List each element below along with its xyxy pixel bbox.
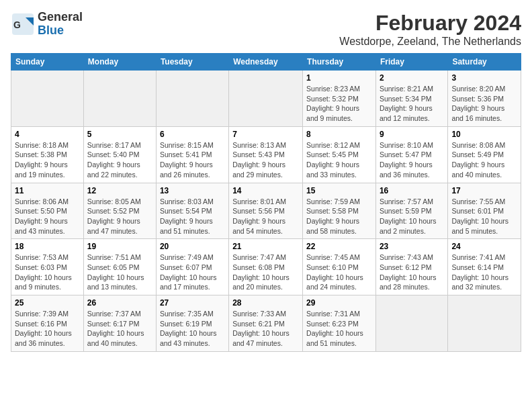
calendar-cell: 19Sunrise: 7:51 AMSunset: 6:05 PMDayligh… <box>83 239 156 295</box>
day-info: Sunrise: 7:49 AMSunset: 6:07 PMDaylight:… <box>160 253 225 292</box>
day-number: 23 <box>380 242 444 251</box>
calendar-cell: 25Sunrise: 7:39 AMSunset: 6:16 PMDayligh… <box>11 295 84 352</box>
day-number: 8 <box>306 130 372 139</box>
calendar-header-cell: Sunday <box>11 54 84 71</box>
day-number: 29 <box>306 298 372 308</box>
day-info: Sunrise: 8:17 AMSunset: 5:40 PMDaylight:… <box>87 140 152 180</box>
calendar-row: 4Sunrise: 8:18 AMSunset: 5:38 PMDaylight… <box>11 126 521 183</box>
calendar-row: 18Sunrise: 7:53 AMSunset: 6:03 PMDayligh… <box>11 239 521 295</box>
calendar-cell: 10Sunrise: 8:08 AMSunset: 5:49 PMDayligh… <box>448 126 521 183</box>
day-number: 16 <box>380 186 444 195</box>
calendar-cell: 22Sunrise: 7:45 AMSunset: 6:10 PMDayligh… <box>303 239 376 295</box>
calendar-cell <box>83 71 156 127</box>
calendar-cell: 16Sunrise: 7:57 AMSunset: 5:59 PMDayligh… <box>375 183 447 239</box>
day-info: Sunrise: 7:47 AMSunset: 6:08 PMDaylight:… <box>232 253 299 292</box>
day-info: Sunrise: 8:12 AMSunset: 5:45 PMDaylight:… <box>306 140 372 180</box>
calendar-cell <box>375 295 447 352</box>
calendar-cell: 11Sunrise: 8:06 AMSunset: 5:50 PMDayligh… <box>11 183 84 239</box>
day-number: 21 <box>232 242 299 251</box>
day-info: Sunrise: 7:43 AMSunset: 6:12 PMDaylight:… <box>380 253 444 292</box>
day-info: Sunrise: 7:35 AMSunset: 6:19 PMDaylight:… <box>160 309 225 349</box>
calendar-cell: 20Sunrise: 7:49 AMSunset: 6:07 PMDayligh… <box>156 239 228 295</box>
day-number: 28 <box>232 298 299 308</box>
day-number: 3 <box>451 73 517 83</box>
calendar-header-cell: Monday <box>83 54 156 71</box>
day-number: 13 <box>160 186 225 195</box>
day-number: 5 <box>87 130 152 139</box>
day-info: Sunrise: 7:53 AMSunset: 6:03 PMDaylight:… <box>15 253 80 292</box>
calendar-cell: 7Sunrise: 8:13 AMSunset: 5:43 PMDaylight… <box>229 126 303 183</box>
calendar-cell: 1Sunrise: 8:23 AMSunset: 5:32 PMDaylight… <box>303 71 376 127</box>
calendar-cell: 12Sunrise: 8:05 AMSunset: 5:52 PMDayligh… <box>83 183 156 239</box>
day-number: 10 <box>451 130 517 139</box>
day-info: Sunrise: 8:03 AMSunset: 5:54 PMDaylight:… <box>160 197 225 236</box>
calendar-cell: 14Sunrise: 8:01 AMSunset: 5:56 PMDayligh… <box>229 183 303 239</box>
calendar-cell: 27Sunrise: 7:35 AMSunset: 6:19 PMDayligh… <box>156 295 228 352</box>
day-number: 11 <box>15 186 80 195</box>
day-info: Sunrise: 8:08 AMSunset: 5:49 PMDaylight:… <box>451 140 517 180</box>
calendar-row: 11Sunrise: 8:06 AMSunset: 5:50 PMDayligh… <box>11 183 521 239</box>
day-info: Sunrise: 8:15 AMSunset: 5:41 PMDaylight:… <box>160 140 225 180</box>
calendar-cell: 2Sunrise: 8:21 AMSunset: 5:34 PMDaylight… <box>375 71 447 127</box>
day-info: Sunrise: 7:51 AMSunset: 6:05 PMDaylight:… <box>87 253 152 292</box>
subtitle: Westdorpe, Zeeland, The Netherlands <box>339 36 521 48</box>
calendar-header-row: SundayMondayTuesdayWednesdayThursdayFrid… <box>11 54 521 71</box>
calendar-cell: 26Sunrise: 7:37 AMSunset: 6:17 PMDayligh… <box>83 295 156 352</box>
day-number: 19 <box>87 242 152 251</box>
calendar-cell <box>448 295 521 352</box>
calendar-cell: 3Sunrise: 8:20 AMSunset: 5:36 PMDaylight… <box>448 71 521 127</box>
day-info: Sunrise: 7:55 AMSunset: 6:01 PMDaylight:… <box>451 197 517 236</box>
day-info: Sunrise: 7:57 AMSunset: 5:59 PMDaylight:… <box>380 197 444 236</box>
day-info: Sunrise: 7:59 AMSunset: 5:58 PMDaylight:… <box>306 197 372 236</box>
calendar-row: 1Sunrise: 8:23 AMSunset: 5:32 PMDaylight… <box>11 71 521 127</box>
day-info: Sunrise: 8:23 AMSunset: 5:32 PMDaylight:… <box>306 84 372 124</box>
day-number: 17 <box>451 186 517 195</box>
day-number: 4 <box>15 130 80 139</box>
svg-text:G: G <box>13 19 21 30</box>
day-info: Sunrise: 7:41 AMSunset: 6:14 PMDaylight:… <box>451 253 517 292</box>
day-number: 6 <box>160 130 225 139</box>
day-number: 26 <box>87 298 152 308</box>
calendar-cell: 29Sunrise: 7:31 AMSunset: 6:23 PMDayligh… <box>303 295 376 352</box>
day-number: 9 <box>380 130 444 139</box>
calendar-cell: 21Sunrise: 7:47 AMSunset: 6:08 PMDayligh… <box>229 239 303 295</box>
calendar-cell: 9Sunrise: 8:10 AMSunset: 5:47 PMDaylight… <box>375 126 447 183</box>
day-info: Sunrise: 7:45 AMSunset: 6:10 PMDaylight:… <box>306 253 372 292</box>
day-info: Sunrise: 7:31 AMSunset: 6:23 PMDaylight:… <box>306 309 372 349</box>
day-number: 22 <box>306 242 372 251</box>
calendar-header-cell: Tuesday <box>156 54 228 71</box>
day-number: 24 <box>451 242 517 251</box>
logo-general: General <box>38 11 83 24</box>
day-info: Sunrise: 7:33 AMSunset: 6:21 PMDaylight:… <box>232 309 299 349</box>
calendar-table: SundayMondayTuesdayWednesdayThursdayFrid… <box>11 53 521 352</box>
day-info: Sunrise: 8:01 AMSunset: 5:56 PMDaylight:… <box>232 197 299 236</box>
day-number: 20 <box>160 242 225 251</box>
calendar-row: 25Sunrise: 7:39 AMSunset: 6:16 PMDayligh… <box>11 295 521 352</box>
title-block: February 2024 Westdorpe, Zeeland, The Ne… <box>339 11 521 48</box>
calendar-cell <box>156 71 228 127</box>
day-number: 7 <box>232 130 299 139</box>
day-info: Sunrise: 8:06 AMSunset: 5:50 PMDaylight:… <box>15 197 80 236</box>
day-info: Sunrise: 8:10 AMSunset: 5:47 PMDaylight:… <box>380 140 444 180</box>
calendar-cell: 23Sunrise: 7:43 AMSunset: 6:12 PMDayligh… <box>375 239 447 295</box>
day-info: Sunrise: 8:20 AMSunset: 5:36 PMDaylight:… <box>451 84 517 124</box>
day-info: Sunrise: 8:18 AMSunset: 5:38 PMDaylight:… <box>15 140 80 180</box>
calendar-header-cell: Friday <box>375 54 447 71</box>
calendar-body: 1Sunrise: 8:23 AMSunset: 5:32 PMDaylight… <box>11 71 521 352</box>
logo-blue: Blue <box>38 24 83 38</box>
calendar-cell: 4Sunrise: 8:18 AMSunset: 5:38 PMDaylight… <box>11 126 84 183</box>
calendar-cell <box>229 71 303 127</box>
day-number: 2 <box>380 73 444 83</box>
day-info: Sunrise: 8:05 AMSunset: 5:52 PMDaylight:… <box>87 197 152 236</box>
day-info: Sunrise: 7:39 AMSunset: 6:16 PMDaylight:… <box>15 309 80 349</box>
calendar-cell: 13Sunrise: 8:03 AMSunset: 5:54 PMDayligh… <box>156 183 228 239</box>
main-title: February 2024 <box>339 11 521 36</box>
calendar-header-cell: Wednesday <box>229 54 303 71</box>
calendar-cell: 5Sunrise: 8:17 AMSunset: 5:40 PMDaylight… <box>83 126 156 183</box>
day-number: 25 <box>15 298 80 308</box>
day-info: Sunrise: 7:37 AMSunset: 6:17 PMDaylight:… <box>87 309 152 349</box>
day-number: 1 <box>306 73 372 83</box>
day-info: Sunrise: 8:13 AMSunset: 5:43 PMDaylight:… <box>232 140 299 180</box>
day-number: 27 <box>160 298 225 308</box>
calendar-header-cell: Saturday <box>448 54 521 71</box>
